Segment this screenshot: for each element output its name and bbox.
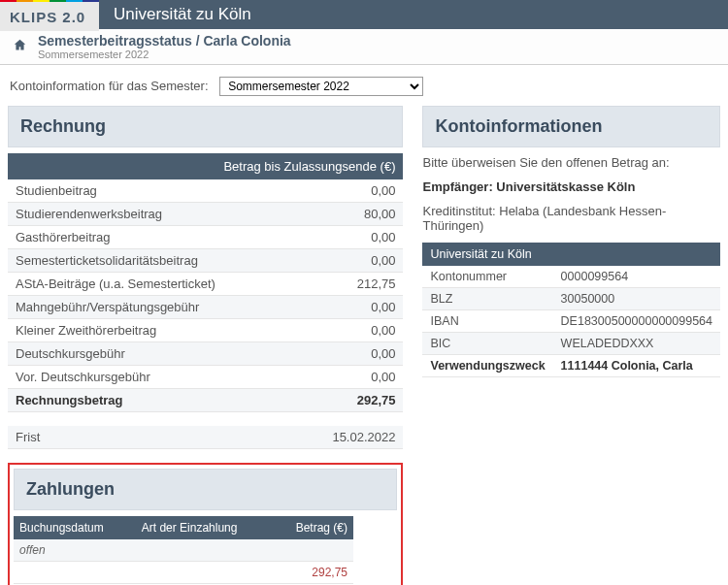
- table-row: BLZ30050000: [422, 288, 720, 310]
- university-name: Universität zu Köln: [99, 5, 251, 24]
- logo-block: KLIPS 2.0: [0, 0, 99, 31]
- payments-highlight-box: Zahlungen Buchungsdatum Art der Einzahlu…: [8, 463, 403, 586]
- rainbow-stripe: [0, 0, 99, 2]
- account-heading: Kontoinformationen: [422, 106, 720, 147]
- table-row: Gasthörerbeitrag0,00: [8, 226, 403, 249]
- invoice-heading: Rechnung: [8, 106, 403, 147]
- payments-table: Buchungsdatum Art der Einzahlung Betrag …: [14, 516, 353, 584]
- page-title: Semesterbeitragsstatus / Carla Colonia: [38, 33, 291, 49]
- table-row: AStA-Beiträge (u.a. Semesterticket)212,7…: [8, 273, 403, 296]
- payments-heading: Zahlungen: [14, 469, 397, 510]
- table-row: Vor. Deutschkursgebühr0,00: [8, 366, 403, 389]
- table-row: Studienbeitrag0,00: [8, 179, 403, 203]
- table-row: Kontonummer0000099564: [422, 266, 720, 288]
- semester-select[interactable]: Sommersemester 2022: [219, 77, 423, 96]
- table-row: Semesterticketsolidaritätsbeitrag0,00: [8, 249, 403, 273]
- payments-open-row: offen: [14, 539, 353, 562]
- table-row: Kleiner Zweithörerbeitrag0,00: [8, 319, 403, 342]
- page-subtitle: Sommersemester 2022: [38, 49, 291, 60]
- transfer-text: Bitte überweisen Sie den offenen Betrag …: [422, 155, 720, 170]
- semester-label: Kontoinformation für das Semester:: [10, 79, 209, 93]
- invoice-col-header: Betrag bis Zulassungsende (€): [8, 153, 403, 179]
- semester-selector-row: Kontoinformation für das Semester: Somme…: [0, 65, 728, 106]
- invoice-total-row: Rechnungsbetrag292,75: [8, 389, 403, 412]
- breadcrumb: Semesterbeitragsstatus / Carla Colonia S…: [38, 33, 291, 60]
- invoice-frist-row: Frist15.02.2022: [8, 426, 403, 449]
- recipient-label: Empfänger: Universitätskasse Köln: [422, 179, 720, 194]
- top-bar: KLIPS 2.0 Universität zu Köln: [0, 0, 728, 29]
- table-row: Verwendungszweck1111444 Colonia, Carla: [422, 355, 720, 377]
- payments-amount-row: 292,75: [14, 561, 353, 583]
- table-row: BICWELADEDDXXX: [422, 333, 720, 355]
- table-row: IBANDE18300500000000099564: [422, 310, 720, 333]
- sub-header: Semesterbeitragsstatus / Carla Colonia S…: [0, 29, 728, 65]
- payments-col-type: Art der Einzahlung: [136, 516, 273, 539]
- bank-text: Kreditinstitut: Helaba (Landesbank Hesse…: [422, 204, 720, 233]
- bank-table: Universität zu Köln Kontonummer000009956…: [422, 243, 720, 377]
- invoice-table: Betrag bis Zulassungsende (€) Studienbei…: [8, 153, 403, 449]
- table-row: Mahngebühr/Verspätungsgebühr0,00: [8, 296, 403, 319]
- home-icon[interactable]: [10, 39, 38, 54]
- bank-table-header: Universität zu Köln: [422, 243, 720, 266]
- klips-logo[interactable]: KLIPS 2.0: [0, 2, 99, 31]
- payments-col-amount: Betrag (€): [273, 516, 353, 539]
- table-row: Deutschkursgebühr0,00: [8, 342, 403, 366]
- payments-col-date: Buchungsdatum: [14, 516, 136, 539]
- table-row: Studierendenwerksbeitrag80,00: [8, 203, 403, 226]
